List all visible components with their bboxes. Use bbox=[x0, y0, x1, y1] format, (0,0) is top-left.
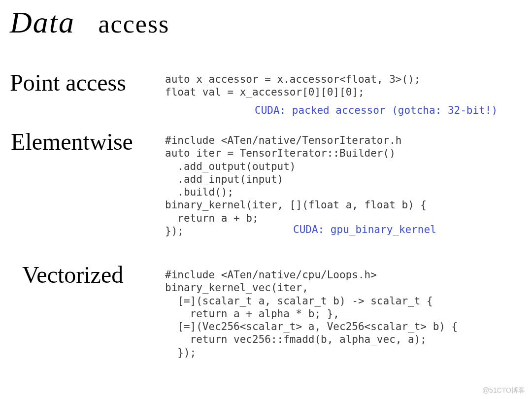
page-title: Data access bbox=[10, 5, 169, 40]
label-elementwise: Elementwise bbox=[11, 128, 133, 155]
watermark: @51CTO博客 bbox=[482, 386, 525, 395]
code-vectorized: #include <ATen/native/cpu/Loops.h> binar… bbox=[165, 268, 458, 359]
title-word-1: Data bbox=[10, 5, 75, 39]
label-point-access: Point access bbox=[10, 69, 126, 96]
label-vectorized: Vectorized bbox=[22, 261, 123, 288]
code-elementwise: #include <ATen/native/TensorIterator.h a… bbox=[165, 134, 427, 237]
title-word-2: access bbox=[99, 10, 170, 38]
note-elementwise: CUDA: gpu_binary_kernel bbox=[293, 224, 436, 235]
code-point-access: auto x_accessor = x.accessor<float, 3>()… bbox=[165, 73, 420, 99]
note-point-access: CUDA: packed_accessor (gotcha: 32-bit!) bbox=[255, 104, 498, 116]
